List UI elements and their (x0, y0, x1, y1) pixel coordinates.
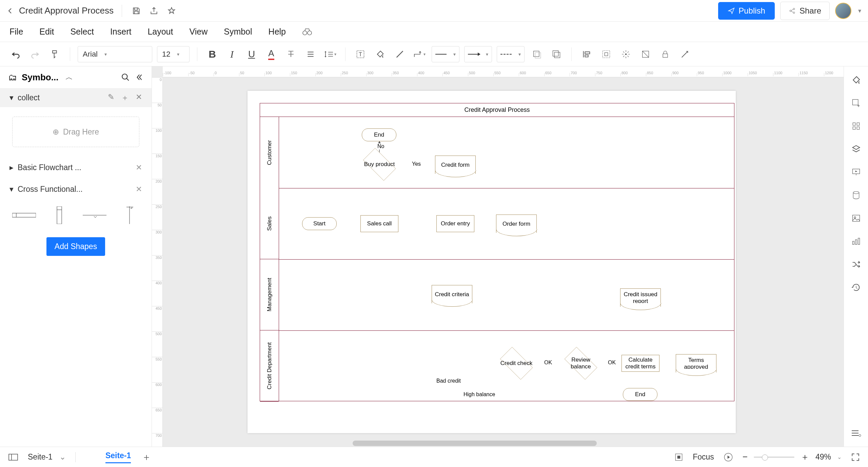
edit-icon[interactable]: ✎ (108, 93, 114, 103)
menu-edit[interactable]: Edit (39, 27, 54, 37)
node-start[interactable]: Start (302, 217, 337, 230)
node-calculate-terms[interactable]: Calculate credit terms (622, 355, 659, 372)
font-size-select[interactable]: 12▾ (157, 46, 190, 62)
history-icon[interactable] (849, 281, 863, 294)
tab-seite-1[interactable]: Seite-1 (105, 451, 131, 463)
strikethrough-button[interactable]: T (283, 47, 298, 62)
node-credit-criteria[interactable]: Credit criteria (432, 285, 472, 303)
document-title[interactable]: Credit Approval Process (19, 5, 114, 16)
underline-button[interactable]: U (244, 47, 259, 62)
paint-bucket-icon[interactable] (849, 73, 863, 87)
node-end-credit[interactable]: End (623, 388, 657, 401)
swimlane-vertical-shape[interactable] (50, 207, 69, 224)
line-style-select[interactable]: ▾ (432, 46, 459, 62)
basic-flowchart-section[interactable]: ▸ Basic Flowchart ... ✕ (0, 157, 152, 178)
close-icon[interactable]: ✕ (136, 93, 142, 103)
rectangle-plus-icon[interactable] (849, 96, 863, 110)
menu-view[interactable]: View (189, 27, 208, 37)
node-review-balance[interactable]: Review balance (560, 351, 601, 375)
lane-management[interactable]: Management (260, 259, 279, 330)
node-credit-issued[interactable]: Credit issued report (620, 288, 661, 307)
node-credit-check[interactable]: Credit check (496, 351, 537, 375)
menu-layout[interactable]: Layout (147, 27, 173, 37)
node-order-entry[interactable]: Order entry (436, 215, 474, 232)
menu-insert[interactable]: Insert (110, 27, 132, 37)
crop-button[interactable] (638, 47, 653, 62)
outline-icon[interactable] (8, 453, 18, 461)
fit-icon[interactable] (674, 453, 683, 462)
diagram-title[interactable]: Credit Approval Process (260, 103, 734, 117)
zoom-slider[interactable] (754, 456, 794, 458)
lane-customer[interactable]: Customer (260, 117, 279, 188)
close-icon[interactable]: ✕ (136, 163, 142, 172)
connector-button[interactable]: ▾ (412, 47, 427, 62)
add-page-button[interactable]: ＋ (142, 451, 151, 464)
layers-button[interactable] (549, 47, 564, 62)
back-button[interactable] (7, 7, 14, 14)
node-sales-call[interactable]: Sales call (360, 215, 398, 232)
layers-stack-icon[interactable] (849, 142, 863, 156)
font-select[interactable]: Arial▾ (78, 46, 152, 62)
collect-section[interactable]: ▾ collect ✎ ＋ ✕ (0, 88, 152, 107)
menu-select[interactable]: Select (70, 27, 94, 37)
align-button[interactable] (303, 47, 318, 62)
page[interactable]: Credit Approval Process Customer Sales M… (248, 91, 736, 433)
text-tool-button[interactable]: T (353, 47, 368, 62)
settings-list-icon[interactable] (849, 426, 863, 440)
add-icon[interactable]: ＋ (121, 93, 129, 103)
database-icon[interactable] (849, 188, 863, 202)
page-selector[interactable]: Seite-1 ⌄ (28, 452, 66, 462)
lock-button[interactable] (658, 47, 673, 62)
line-spacing-button[interactable]: ▾ (323, 47, 338, 62)
zoom-in-button[interactable]: ＋ (801, 451, 809, 463)
node-credit-form[interactable]: Credit form (435, 156, 476, 174)
avatar[interactable] (835, 3, 851, 19)
avatar-dropdown-icon[interactable]: ▾ (858, 7, 861, 15)
node-end-customer[interactable]: End (362, 128, 396, 141)
menu-help[interactable]: Help (269, 27, 286, 37)
node-order-form[interactable]: Order form (496, 215, 537, 233)
lane-credit[interactable]: Credit Department (260, 330, 279, 402)
format-painter-button[interactable] (47, 47, 62, 62)
italic-button[interactable]: I (224, 47, 239, 62)
distribute-button[interactable] (618, 47, 633, 62)
shuffle-icon[interactable] (849, 258, 863, 271)
menu-file[interactable]: File (9, 27, 23, 37)
separator-vertical-shape[interactable] (120, 207, 140, 224)
node-buy-product[interactable]: Buy product (359, 153, 400, 176)
drag-here-zone[interactable]: ⊕ Drag Here (12, 117, 139, 147)
font-color-button[interactable]: A (264, 47, 279, 62)
save-icon[interactable] (130, 5, 142, 17)
zoom-out-button[interactable]: − (743, 452, 748, 462)
play-icon[interactable] (724, 452, 733, 462)
fullscreen-icon[interactable] (851, 453, 860, 462)
focus-label[interactable]: Focus (693, 452, 714, 462)
add-shapes-button[interactable]: Add Shapes (46, 237, 105, 256)
canvas-area[interactable]: -100-50050100150200250300350400450500550… (152, 66, 844, 447)
swimlane-horizontal-shape[interactable] (12, 207, 36, 224)
horizontal-scrollbar[interactable] (353, 441, 597, 446)
node-terms-approved[interactable]: Terms approved (676, 354, 716, 372)
grid-icon[interactable] (849, 119, 863, 133)
align-objects-button[interactable] (579, 47, 594, 62)
menu-symbol[interactable]: Symbol (224, 27, 252, 37)
close-icon[interactable]: ✕ (136, 185, 142, 194)
panel-collapse-icon[interactable]: ︿ (65, 72, 73, 82)
separator-horizontal-shape[interactable] (83, 207, 106, 224)
star-icon[interactable] (165, 5, 178, 17)
arrow-style-select[interactable]: ▾ (464, 46, 492, 62)
image-icon[interactable] (849, 211, 863, 225)
cross-functional-section[interactable]: ▾ Cross Functional... ✕ (0, 178, 152, 200)
export-icon[interactable] (148, 5, 160, 17)
redo-button[interactable] (28, 47, 43, 62)
presentation-icon[interactable] (849, 165, 863, 179)
find-icon[interactable] (302, 28, 312, 36)
swimlane-diagram[interactable]: Credit Approval Process Customer Sales M… (260, 103, 734, 401)
tools-button[interactable] (677, 47, 692, 62)
line-color-button[interactable] (392, 47, 407, 62)
dash-style-select[interactable]: ▾ (497, 46, 525, 62)
bold-button[interactable]: B (205, 47, 220, 62)
lane-sales[interactable]: Sales (260, 188, 279, 259)
chart-icon[interactable] (849, 235, 863, 248)
shadow-button[interactable] (529, 47, 544, 62)
